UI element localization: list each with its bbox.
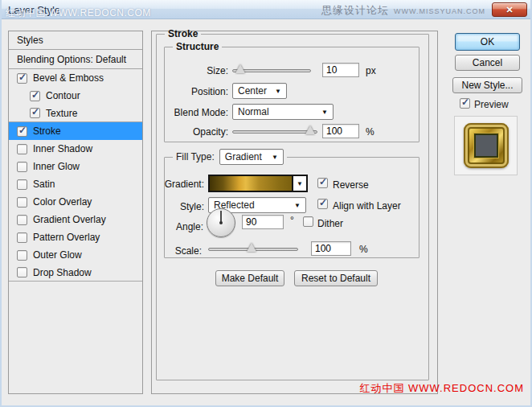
style-item-outer-glow[interactable]: Outer Glow — [9, 246, 142, 264]
style-item-label: Inner Shadow — [33, 143, 92, 154]
blend-mode-value: Normal — [238, 106, 269, 117]
style-item-stroke[interactable]: Stroke — [9, 122, 142, 140]
opacity-unit: % — [366, 126, 374, 138]
fill-type-select[interactable]: Gradient ▼ — [219, 149, 284, 165]
blending-options-item[interactable]: Blending Options: Default — [9, 50, 142, 69]
style-checkbox[interactable] — [17, 215, 27, 225]
angle-unit: ° — [290, 215, 294, 226]
style-item-label: Stroke — [33, 125, 61, 137]
new-style-button[interactable]: New Style... — [452, 77, 522, 93]
style-checkbox[interactable] — [30, 108, 40, 118]
angle-label: Angle: — [152, 221, 203, 232]
chevron-down-icon: ▼ — [272, 154, 278, 161]
style-checkbox[interactable] — [17, 126, 27, 137]
style-item-inner-glow[interactable]: Inner Glow — [9, 158, 142, 175]
style-item-inner-shadow[interactable]: Inner Shadow — [9, 140, 142, 158]
opacity-slider[interactable] — [232, 130, 317, 134]
blend-mode-select[interactable]: Normal ▼ — [232, 104, 334, 120]
style-checkbox[interactable] — [30, 91, 40, 101]
styles-header-label: Styles — [17, 35, 43, 46]
size-input[interactable] — [322, 63, 359, 77]
scale-slider[interactable] — [208, 248, 298, 251]
dither-label: Dither — [317, 218, 343, 229]
style-item-pattern-overlay[interactable]: Pattern Overlay — [9, 228, 142, 246]
forum-watermark-url: WWW.MISSYUAN.COM — [394, 7, 485, 15]
scale-unit: % — [359, 244, 368, 255]
style-checkbox[interactable] — [17, 179, 27, 190]
size-unit: px — [366, 65, 376, 76]
gradient-picker[interactable]: ▼ — [208, 175, 308, 192]
size-slider-thumb[interactable] — [235, 64, 245, 73]
style-item-label: Gradient Overlay — [33, 214, 106, 225]
chevron-down-icon: ▼ — [297, 180, 303, 187]
styles-header-item[interactable]: Styles — [9, 31, 142, 50]
style-checkbox[interactable] — [17, 197, 27, 208]
footer-watermark: 红动中国 WWW.REDOCN.COM — [359, 381, 524, 396]
style-item-bevel-and-emboss[interactable]: Bevel & Emboss — [9, 69, 142, 87]
gold-frame-preview — [464, 123, 509, 168]
style-checkbox[interactable] — [17, 162, 27, 172]
style-checkbox[interactable] — [17, 250, 27, 261]
scale-label: Scale: — [152, 245, 202, 257]
position-value: Center — [238, 85, 267, 97]
dither-checkbox[interactable] — [303, 216, 313, 227]
style-item-gradient-overlay[interactable]: Gradient Overlay — [9, 211, 142, 228]
angle-center-dot — [219, 221, 223, 224]
style-item-contour[interactable]: Contour — [9, 87, 142, 105]
stroke-section-title: Stroke — [165, 28, 201, 39]
position-label: Position: — [152, 86, 228, 97]
reset-to-default-button[interactable]: Reset to Default — [294, 270, 378, 286]
chevron-down-icon: ▼ — [294, 202, 301, 209]
position-select[interactable]: Center ▼ — [232, 83, 287, 99]
chevron-down-icon: ▼ — [275, 88, 281, 95]
gradient-dropdown-arrow[interactable]: ▼ — [292, 176, 306, 191]
opacity-slider-thumb[interactable] — [305, 125, 315, 134]
style-item-label: Inner Glow — [33, 161, 80, 172]
forum-watermark: 思缘设计论坛WWW.MISSYUAN.COM — [321, 3, 485, 18]
preview-checkbox[interactable] — [460, 98, 470, 109]
style-item-label: Drop Shadow — [33, 267, 92, 278]
style-checkbox[interactable] — [17, 267, 27, 278]
fill-type-legend: Fill Type: Gradient ▼ — [173, 149, 287, 165]
opacity-label: Opacity: — [152, 126, 228, 138]
angle-dial[interactable] — [207, 208, 235, 237]
size-label: Size: — [152, 65, 228, 76]
style-item-label: Texture — [46, 108, 77, 119]
fill-type-label: Fill Type: — [176, 151, 215, 162]
cancel-button[interactable]: Cancel — [455, 55, 520, 71]
angle-input[interactable] — [242, 215, 284, 229]
gradient-swatch[interactable] — [210, 176, 292, 191]
close-button[interactable]: ✕ — [492, 2, 527, 17]
gradient-label: Gradient: — [152, 179, 204, 190]
blending-options-label: Blending Options: Default — [17, 54, 126, 65]
styles-list-panel: Styles Blending Options: Default Bevel &… — [8, 31, 143, 394]
structure-group-title: Structure — [173, 41, 222, 52]
style-item-label: Color Overlay — [33, 196, 92, 208]
make-default-button[interactable]: Make Default — [215, 270, 284, 286]
size-slider[interactable] — [232, 69, 311, 72]
align-with-layer-checkbox[interactable] — [317, 199, 328, 209]
style-checkbox[interactable] — [17, 232, 27, 243]
stroke-options-panel: Stroke Structure Size: px Position: Cent… — [151, 31, 438, 394]
layer-style-dialog: Layer Style 红动中国 WWW.REDOCN.COM 思缘设计论坛WW… — [0, 0, 532, 407]
preview-thumbnail — [454, 116, 518, 175]
style-item-color-overlay[interactable]: Color Overlay — [9, 193, 142, 211]
ok-button[interactable]: OK — [455, 33, 520, 51]
align-with-layer-label: Align with Layer — [333, 200, 401, 212]
style-item-label: Bevel & Emboss — [33, 72, 104, 84]
style-item-texture[interactable]: Texture — [9, 105, 142, 122]
titlebar[interactable]: Layer Style 红动中国 WWW.REDOCN.COM 思缘设计论坛WW… — [0, 0, 532, 19]
style-item-label: Pattern Overlay — [33, 232, 100, 243]
opacity-input[interactable] — [322, 124, 359, 138]
close-icon: ✕ — [505, 5, 513, 14]
scale-input[interactable] — [311, 241, 351, 256]
style-checkbox[interactable] — [17, 144, 27, 154]
style-checkbox[interactable] — [17, 73, 27, 84]
reverse-checkbox[interactable] — [317, 178, 328, 188]
forum-watermark-name: 思缘设计论坛 — [321, 4, 389, 16]
watermark-overlay: 红动中国 WWW.REDOCN.COM — [6, 6, 151, 20]
scale-slider-thumb[interactable] — [247, 243, 256, 252]
style-item-satin[interactable]: Satin — [9, 175, 142, 193]
style-item-label: Satin — [33, 179, 55, 190]
style-item-drop-shadow[interactable]: Drop Shadow — [9, 264, 142, 282]
